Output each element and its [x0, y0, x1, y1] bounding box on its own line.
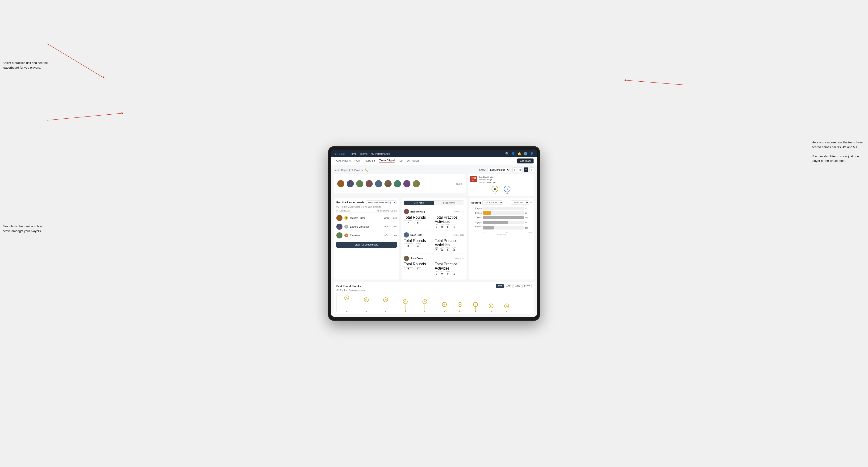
- streak-dot: [405, 311, 406, 312]
- player-avatar-4[interactable]: [366, 180, 373, 187]
- scoring-filter-players[interactable]: All Players: [511, 200, 529, 205]
- streak-bubble: 6x: [364, 298, 369, 302]
- practice-values-2: OTT 0 APP 0 ARG: [435, 271, 464, 275]
- bar-track: [483, 211, 524, 215]
- navbar: clippd Home Teams My Performance 🔍 👤 🔔 ⚙…: [331, 150, 537, 157]
- bar-value: 3: [525, 207, 532, 210]
- lb-avg-1: 110: [391, 217, 397, 219]
- view-grid-icon[interactable]: ⊞: [512, 167, 517, 172]
- streak-dot: [475, 311, 476, 312]
- activity-row-2: Josh Coles 26 Aug 2023 Total Rounds Tour…: [404, 254, 464, 277]
- player-avatar-1[interactable]: [337, 180, 344, 187]
- add-team-button[interactable]: Add Team: [517, 158, 533, 163]
- sub-nav-pga[interactable]: PGA: [354, 159, 360, 163]
- user-avatar-icon[interactable]: 👤: [530, 152, 533, 155]
- rounds-values-1: Tournament 8 Practice 4: [404, 243, 433, 247]
- activity-date-2: 26 Aug 2023: [454, 257, 464, 259]
- total-rounds-label-1: Total Rounds: [404, 239, 426, 243]
- circle2-unit: yds: [504, 192, 510, 194]
- streak-bubble: 4x: [458, 302, 462, 307]
- streak-dot: [459, 311, 460, 312]
- player-avatar-3[interactable]: [356, 180, 363, 187]
- view-list-icon[interactable]: ≡: [524, 167, 528, 172]
- bar-fill: [483, 226, 494, 229]
- least-active-tab[interactable]: Least Active: [434, 201, 464, 205]
- activity-name-2: Josh Coles: [410, 257, 452, 260]
- arg-val-0: 0: [446, 225, 450, 228]
- activity-name-0: Blair McHarg: [410, 210, 452, 213]
- sub-nav-team-clippd[interactable]: Team Clippd: [379, 159, 395, 163]
- total-rounds-group-0: Total Rounds Tournament 7 Practice: [404, 215, 433, 228]
- bell-icon[interactable]: 🔔: [518, 152, 521, 155]
- annotation-mid-left: See who is the most and least active amo…: [3, 224, 50, 233]
- sf-tab-putt[interactable]: PUTT: [522, 284, 532, 288]
- nav-link-home[interactable]: Home: [349, 152, 356, 155]
- putt-val-0: 1: [452, 225, 456, 228]
- view-table-icon[interactable]: ▦: [518, 167, 523, 172]
- svg-line-0: [47, 44, 104, 78]
- sub-nav-pgat[interactable]: PGAT Players: [335, 159, 351, 163]
- total-practice-group-0: Total Practice Activities OTT 0 APP: [435, 215, 464, 228]
- streak-point: 4x: [458, 302, 462, 312]
- settings-icon[interactable]: ⚙️: [524, 152, 527, 155]
- streaks-section: Best Round Streaks OTT APP ARG PUTT Off …: [334, 282, 534, 314]
- svg-line-1: [47, 113, 123, 120]
- streak-dot: [444, 311, 445, 312]
- circle1: 16: [492, 186, 498, 192]
- activity-card: Most Active Least Active Blair McHarg 26…: [401, 198, 467, 280]
- practice-val-0: 6: [415, 221, 421, 224]
- tournament-val-1: 8: [404, 245, 412, 247]
- lb-row-2[interactable]: 2 Edward Crossman 18/20 107: [336, 222, 397, 231]
- sf-tab-app[interactable]: APP: [504, 284, 513, 288]
- ott-col-0: OTT 0: [435, 224, 438, 228]
- nav-icons: 🔍 👤 🔔 ⚙️ 👤: [505, 152, 533, 155]
- sf-tab-arg[interactable]: ARG: [513, 284, 522, 288]
- players-shot-row: Players 198 SC Shot Dist: 16 yds: [334, 174, 534, 196]
- players-row: Players: [334, 174, 466, 193]
- search-icon[interactable]: 🔍: [505, 152, 509, 155]
- lb-avatar-2: [336, 224, 342, 230]
- lb-row-3[interactable]: 3 Cameron... 17/20 103: [336, 231, 397, 240]
- sub-nav-tour[interactable]: Tour: [398, 159, 403, 163]
- practice-values-1: OTT 0 APP 0 ARG: [435, 247, 464, 252]
- activity-avatar-0: [404, 209, 409, 214]
- nav-link-my-performance[interactable]: My Performance: [371, 152, 390, 155]
- leaderboard-sub-label: PUTT Must Make Putting (3-6 ft), Last 3 …: [336, 206, 397, 208]
- streak-line: [385, 302, 386, 311]
- bar-track: [483, 226, 524, 229]
- arg-col-0: ARG 0: [446, 224, 450, 228]
- bar-chart: Eagles 3 Birdies 96 Pars 499 Bogeys 311 …: [471, 207, 532, 230]
- player-avatar-5[interactable]: [375, 180, 382, 187]
- player-avatar-2[interactable]: [347, 180, 354, 187]
- person-icon[interactable]: 👤: [512, 152, 515, 155]
- player-avatar-7[interactable]: [394, 180, 401, 187]
- players-label: Players: [455, 183, 462, 185]
- sdc-info: Shot Dist: 16 yds Start Lie: Rough End L…: [478, 176, 532, 184]
- player-avatar-6[interactable]: [384, 180, 392, 187]
- sub-nav-all-players[interactable]: All Players: [407, 159, 420, 163]
- chart-x-labels: 0200400: [471, 231, 532, 233]
- activity-stats-0: Total Rounds Tournament 7 Practice: [404, 215, 464, 228]
- scoring-expand-icon[interactable]: ▾: [530, 201, 532, 204]
- activity-avatar-1: [404, 232, 409, 238]
- most-active-tab[interactable]: Most Active: [404, 201, 434, 205]
- lb-name-2: Edward Crossman: [350, 225, 380, 228]
- view-full-leaderboard-button[interactable]: View Full Leaderboard: [336, 242, 397, 248]
- view-sort-icon[interactable]: ↕: [529, 167, 534, 172]
- edit-team-icon[interactable]: ✏️: [365, 168, 368, 172]
- leaderboard-filter[interactable]: PUTT Must Make Putting... ▾: [366, 200, 397, 204]
- player-avatar-9[interactable]: [413, 180, 420, 187]
- sf-tab-ott[interactable]: OTT: [496, 284, 504, 288]
- streak-point: 4x: [473, 302, 478, 312]
- practice-leaderboards-card: Practice Leaderboards PUTT Must Make Put…: [334, 198, 399, 280]
- lb-row-1[interactable]: ★ Richard Butler 19/20 110: [336, 214, 397, 222]
- player-avatar-8[interactable]: [403, 180, 410, 187]
- streaks-filter-tabs: OTT APP ARG PUTT: [496, 284, 532, 288]
- nav-link-teams[interactable]: Teams: [360, 152, 368, 155]
- streak-bubble: 5x: [423, 299, 427, 304]
- show-select[interactable]: Last 3 months Last 6 months Last year: [488, 168, 510, 172]
- sub-nav-hcaps[interactable]: Hcaps 1-5: [364, 159, 375, 163]
- activity-row-0: Blair McHarg 26 Aug 2023 Total Rounds To…: [404, 207, 464, 230]
- scoring-filter-par[interactable]: Par 3, 4 & 5s Par 3s Par 4s Par 5s: [483, 200, 503, 205]
- streak-line: [347, 300, 347, 311]
